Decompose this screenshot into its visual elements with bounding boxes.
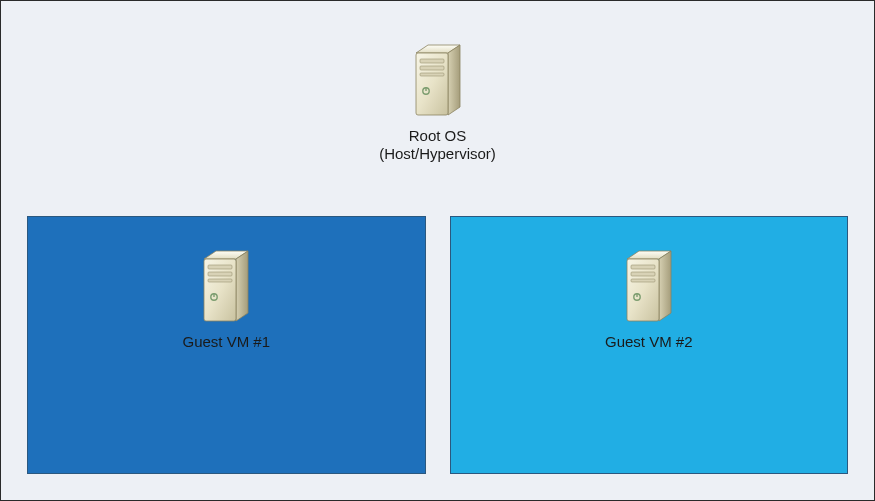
root-os-label-line2: (Host/Hypervisor) — [379, 145, 496, 163]
guest-vm-2-label: Guest VM #2 — [605, 333, 693, 350]
svg-rect-12 — [208, 272, 232, 276]
guest-vm-1-box: Guest VM #1 — [27, 216, 426, 474]
server-tower-icon — [619, 245, 679, 327]
svg-rect-3 — [420, 59, 444, 63]
svg-rect-20 — [631, 272, 655, 276]
guest-vm-2-box: Guest VM #2 — [450, 216, 849, 474]
server-tower-icon — [196, 245, 256, 327]
svg-rect-4 — [420, 66, 444, 70]
svg-rect-5 — [420, 73, 444, 76]
svg-rect-11 — [208, 265, 232, 269]
svg-rect-19 — [631, 265, 655, 269]
guest-vm-row: Guest VM #1 Guest VM #2 — [27, 216, 848, 474]
server-tower-icon — [408, 39, 468, 121]
diagram-canvas: Root OS (Host/Hypervisor) Guest VM #1 — [0, 0, 875, 501]
root-os-block: Root OS (Host/Hypervisor) — [1, 39, 874, 163]
root-os-label-line1: Root OS — [379, 127, 496, 145]
svg-rect-21 — [631, 279, 655, 282]
root-os-label: Root OS (Host/Hypervisor) — [379, 127, 496, 163]
guest-vm-1-label: Guest VM #1 — [182, 333, 270, 350]
svg-marker-17 — [659, 251, 671, 321]
svg-rect-13 — [208, 279, 232, 282]
svg-marker-1 — [448, 45, 460, 115]
svg-marker-9 — [236, 251, 248, 321]
